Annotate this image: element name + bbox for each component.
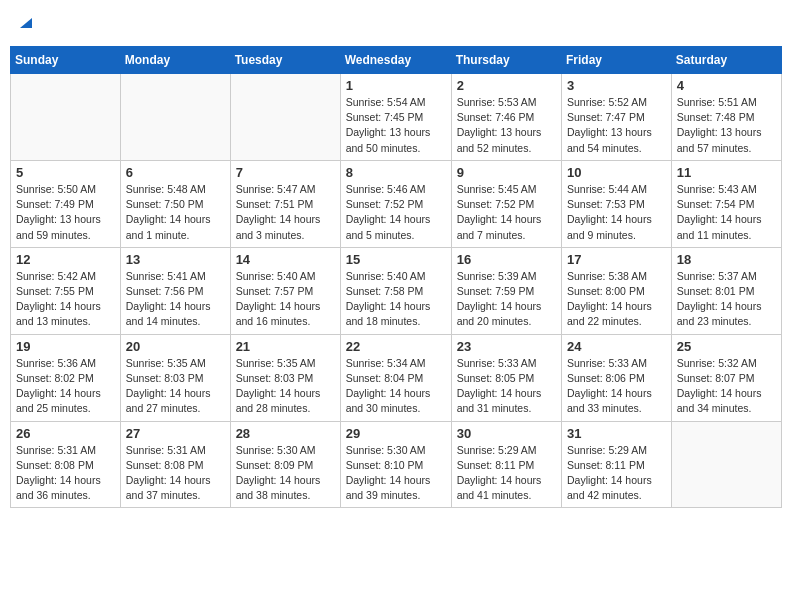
day-info: Sunrise: 5:42 AMSunset: 7:55 PMDaylight:…	[16, 269, 115, 330]
calendar-cell: 25Sunrise: 5:32 AMSunset: 8:07 PMDayligh…	[671, 334, 781, 421]
day-number: 18	[677, 252, 776, 267]
calendar-cell: 31Sunrise: 5:29 AMSunset: 8:11 PMDayligh…	[562, 421, 672, 508]
day-number: 19	[16, 339, 115, 354]
day-number: 3	[567, 78, 666, 93]
day-number: 30	[457, 426, 556, 441]
day-number: 6	[126, 165, 225, 180]
day-info: Sunrise: 5:43 AMSunset: 7:54 PMDaylight:…	[677, 182, 776, 243]
day-number: 31	[567, 426, 666, 441]
calendar-week-3: 12Sunrise: 5:42 AMSunset: 7:55 PMDayligh…	[11, 247, 782, 334]
day-info: Sunrise: 5:33 AMSunset: 8:05 PMDaylight:…	[457, 356, 556, 417]
calendar-cell: 5Sunrise: 5:50 AMSunset: 7:49 PMDaylight…	[11, 160, 121, 247]
day-info: Sunrise: 5:29 AMSunset: 8:11 PMDaylight:…	[567, 443, 666, 504]
day-info: Sunrise: 5:52 AMSunset: 7:47 PMDaylight:…	[567, 95, 666, 156]
day-number: 5	[16, 165, 115, 180]
day-number: 14	[236, 252, 335, 267]
day-number: 21	[236, 339, 335, 354]
day-number: 9	[457, 165, 556, 180]
day-info: Sunrise: 5:53 AMSunset: 7:46 PMDaylight:…	[457, 95, 556, 156]
calendar-cell: 13Sunrise: 5:41 AMSunset: 7:56 PMDayligh…	[120, 247, 230, 334]
logo	[16, 14, 34, 36]
calendar-cell: 20Sunrise: 5:35 AMSunset: 8:03 PMDayligh…	[120, 334, 230, 421]
calendar-cell: 8Sunrise: 5:46 AMSunset: 7:52 PMDaylight…	[340, 160, 451, 247]
calendar-cell: 4Sunrise: 5:51 AMSunset: 7:48 PMDaylight…	[671, 74, 781, 161]
day-number: 13	[126, 252, 225, 267]
calendar-cell: 2Sunrise: 5:53 AMSunset: 7:46 PMDaylight…	[451, 74, 561, 161]
day-number: 11	[677, 165, 776, 180]
calendar-cell	[671, 421, 781, 508]
day-number: 25	[677, 339, 776, 354]
day-number: 20	[126, 339, 225, 354]
calendar-week-4: 19Sunrise: 5:36 AMSunset: 8:02 PMDayligh…	[11, 334, 782, 421]
day-info: Sunrise: 5:51 AMSunset: 7:48 PMDaylight:…	[677, 95, 776, 156]
day-info: Sunrise: 5:50 AMSunset: 7:49 PMDaylight:…	[16, 182, 115, 243]
calendar-cell: 7Sunrise: 5:47 AMSunset: 7:51 PMDaylight…	[230, 160, 340, 247]
day-info: Sunrise: 5:33 AMSunset: 8:06 PMDaylight:…	[567, 356, 666, 417]
day-number: 15	[346, 252, 446, 267]
weekday-header-tuesday: Tuesday	[230, 47, 340, 74]
day-number: 12	[16, 252, 115, 267]
day-number: 10	[567, 165, 666, 180]
day-info: Sunrise: 5:47 AMSunset: 7:51 PMDaylight:…	[236, 182, 335, 243]
day-number: 23	[457, 339, 556, 354]
day-info: Sunrise: 5:30 AMSunset: 8:09 PMDaylight:…	[236, 443, 335, 504]
day-info: Sunrise: 5:37 AMSunset: 8:01 PMDaylight:…	[677, 269, 776, 330]
calendar-cell: 28Sunrise: 5:30 AMSunset: 8:09 PMDayligh…	[230, 421, 340, 508]
day-number: 2	[457, 78, 556, 93]
calendar-cell: 26Sunrise: 5:31 AMSunset: 8:08 PMDayligh…	[11, 421, 121, 508]
calendar-cell: 3Sunrise: 5:52 AMSunset: 7:47 PMDaylight…	[562, 74, 672, 161]
weekday-header-saturday: Saturday	[671, 47, 781, 74]
day-info: Sunrise: 5:40 AMSunset: 7:58 PMDaylight:…	[346, 269, 446, 330]
day-number: 17	[567, 252, 666, 267]
calendar-week-1: 1Sunrise: 5:54 AMSunset: 7:45 PMDaylight…	[11, 74, 782, 161]
day-info: Sunrise: 5:35 AMSunset: 8:03 PMDaylight:…	[126, 356, 225, 417]
calendar-cell: 16Sunrise: 5:39 AMSunset: 7:59 PMDayligh…	[451, 247, 561, 334]
day-number: 29	[346, 426, 446, 441]
day-info: Sunrise: 5:44 AMSunset: 7:53 PMDaylight:…	[567, 182, 666, 243]
day-info: Sunrise: 5:46 AMSunset: 7:52 PMDaylight:…	[346, 182, 446, 243]
weekday-header-monday: Monday	[120, 47, 230, 74]
calendar-cell: 6Sunrise: 5:48 AMSunset: 7:50 PMDaylight…	[120, 160, 230, 247]
weekday-header-thursday: Thursday	[451, 47, 561, 74]
calendar-cell: 27Sunrise: 5:31 AMSunset: 8:08 PMDayligh…	[120, 421, 230, 508]
day-info: Sunrise: 5:48 AMSunset: 7:50 PMDaylight:…	[126, 182, 225, 243]
day-number: 8	[346, 165, 446, 180]
calendar-cell: 11Sunrise: 5:43 AMSunset: 7:54 PMDayligh…	[671, 160, 781, 247]
calendar-cell: 14Sunrise: 5:40 AMSunset: 7:57 PMDayligh…	[230, 247, 340, 334]
day-number: 7	[236, 165, 335, 180]
weekday-header-friday: Friday	[562, 47, 672, 74]
day-info: Sunrise: 5:38 AMSunset: 8:00 PMDaylight:…	[567, 269, 666, 330]
calendar-cell: 29Sunrise: 5:30 AMSunset: 8:10 PMDayligh…	[340, 421, 451, 508]
day-info: Sunrise: 5:45 AMSunset: 7:52 PMDaylight:…	[457, 182, 556, 243]
day-info: Sunrise: 5:41 AMSunset: 7:56 PMDaylight:…	[126, 269, 225, 330]
day-number: 28	[236, 426, 335, 441]
svg-marker-0	[20, 18, 32, 28]
calendar-cell: 15Sunrise: 5:40 AMSunset: 7:58 PMDayligh…	[340, 247, 451, 334]
day-number: 4	[677, 78, 776, 93]
day-number: 27	[126, 426, 225, 441]
logo-triangle-icon	[18, 14, 34, 34]
day-number: 24	[567, 339, 666, 354]
day-info: Sunrise: 5:30 AMSunset: 8:10 PMDaylight:…	[346, 443, 446, 504]
day-info: Sunrise: 5:36 AMSunset: 8:02 PMDaylight:…	[16, 356, 115, 417]
calendar-week-2: 5Sunrise: 5:50 AMSunset: 7:49 PMDaylight…	[11, 160, 782, 247]
day-info: Sunrise: 5:31 AMSunset: 8:08 PMDaylight:…	[16, 443, 115, 504]
calendar-cell	[230, 74, 340, 161]
weekday-header-sunday: Sunday	[11, 47, 121, 74]
day-info: Sunrise: 5:40 AMSunset: 7:57 PMDaylight:…	[236, 269, 335, 330]
day-info: Sunrise: 5:34 AMSunset: 8:04 PMDaylight:…	[346, 356, 446, 417]
calendar-cell	[11, 74, 121, 161]
calendar-cell: 18Sunrise: 5:37 AMSunset: 8:01 PMDayligh…	[671, 247, 781, 334]
calendar-table: SundayMondayTuesdayWednesdayThursdayFrid…	[10, 46, 782, 508]
calendar-body: 1Sunrise: 5:54 AMSunset: 7:45 PMDaylight…	[11, 74, 782, 508]
day-info: Sunrise: 5:39 AMSunset: 7:59 PMDaylight:…	[457, 269, 556, 330]
calendar-cell: 30Sunrise: 5:29 AMSunset: 8:11 PMDayligh…	[451, 421, 561, 508]
day-info: Sunrise: 5:35 AMSunset: 8:03 PMDaylight:…	[236, 356, 335, 417]
calendar-cell: 10Sunrise: 5:44 AMSunset: 7:53 PMDayligh…	[562, 160, 672, 247]
weekday-header-wednesday: Wednesday	[340, 47, 451, 74]
calendar-cell: 12Sunrise: 5:42 AMSunset: 7:55 PMDayligh…	[11, 247, 121, 334]
calendar-week-5: 26Sunrise: 5:31 AMSunset: 8:08 PMDayligh…	[11, 421, 782, 508]
calendar-header: SundayMondayTuesdayWednesdayThursdayFrid…	[11, 47, 782, 74]
weekday-row: SundayMondayTuesdayWednesdayThursdayFrid…	[11, 47, 782, 74]
day-info: Sunrise: 5:29 AMSunset: 8:11 PMDaylight:…	[457, 443, 556, 504]
